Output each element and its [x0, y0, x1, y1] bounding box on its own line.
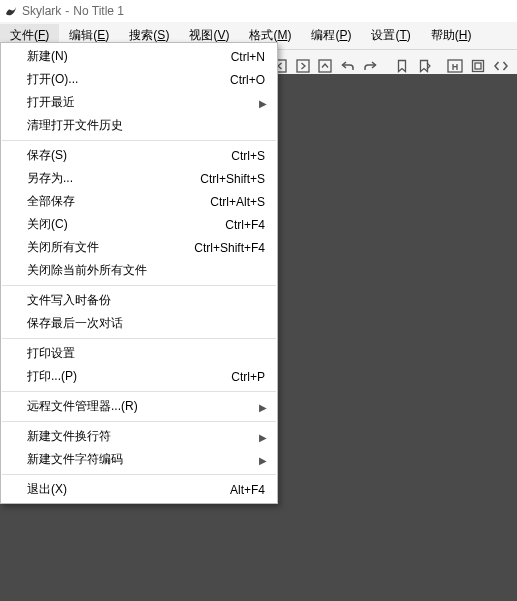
menu-separator [2, 140, 276, 141]
menuitem-label: 另存为... [27, 170, 188, 187]
menu-program[interactable]: 编程(P) [301, 24, 361, 47]
menu-mnemonic: V [217, 28, 225, 42]
menuitem-label: 关闭所有文件 [27, 239, 182, 256]
menu-mnemonic: F [38, 28, 45, 42]
menu-help[interactable]: 帮助(H) [421, 24, 482, 47]
menuitem-label: 打印设置 [27, 345, 265, 362]
svg-rect-7 [473, 60, 484, 71]
chevron-right-icon: ▶ [259, 401, 267, 412]
title-app: Skylark [22, 4, 61, 18]
menuitem-close-others[interactable]: 关闭除当前外所有文件 [1, 259, 277, 282]
menu-settings[interactable]: 设置(T) [361, 24, 420, 47]
file-menu-dropdown: 新建(N)Ctrl+N打开(O)...Ctrl+O打开最近▶清理打开文件历史保存… [0, 42, 278, 504]
menuitem-label: 打开最近 [27, 94, 265, 111]
menuitem-accel: Ctrl+F4 [225, 218, 265, 232]
menuitem-label: 清理打开文件历史 [27, 117, 265, 134]
menu-label: 视图 [189, 28, 213, 42]
app-icon [4, 4, 18, 18]
menuitem-close[interactable]: 关闭(C)Ctrl+F4 [1, 213, 277, 236]
menuitem-label: 保存(S) [27, 147, 219, 164]
menu-separator [2, 338, 276, 339]
title-doc: No Title 1 [73, 4, 124, 18]
menuitem-label: 退出(X) [27, 481, 218, 498]
menuitem-close-all[interactable]: 关闭所有文件Ctrl+Shift+F4 [1, 236, 277, 259]
menu-label: 设置 [371, 28, 395, 42]
menuitem-accel: Ctrl+Shift+F4 [194, 241, 265, 255]
menu-separator [2, 421, 276, 422]
menuitem-accel: Ctrl+N [231, 50, 265, 64]
menuitem-new-lineending[interactable]: 新建文件换行符▶ [1, 425, 277, 448]
menuitem-accel: Ctrl+Alt+S [210, 195, 265, 209]
svg-rect-8 [475, 63, 481, 69]
menuitem-print-setup[interactable]: 打印设置 [1, 342, 277, 365]
chevron-right-icon: ▶ [259, 454, 267, 465]
menuitem-clear-recent[interactable]: 清理打开文件历史 [1, 114, 277, 137]
menuitem-label: 关闭(C) [27, 216, 213, 233]
menuitem-save-all[interactable]: 全部保存Ctrl+Alt+S [1, 190, 277, 213]
menuitem-accel: Alt+F4 [230, 483, 265, 497]
menu-mnemonic: S [157, 28, 165, 42]
menuitem-save-as[interactable]: 另存为...Ctrl+Shift+S [1, 167, 277, 190]
menuitem-accel: Ctrl+O [230, 73, 265, 87]
menu-label: 编辑 [69, 28, 93, 42]
menuitem-new[interactable]: 新建(N)Ctrl+N [1, 45, 277, 68]
menu-label: 文件 [10, 28, 34, 42]
menu-separator [2, 474, 276, 475]
svg-rect-4 [319, 60, 331, 72]
menuitem-accel: Ctrl+S [231, 149, 265, 163]
menuitem-label: 打开(O)... [27, 71, 218, 88]
menuitem-label: 新建(N) [27, 48, 219, 65]
menuitem-label: 关闭除当前外所有文件 [27, 262, 265, 279]
titlebar: Skylark - No Title 1 [0, 0, 517, 22]
menuitem-label: 打印...(P) [27, 368, 219, 385]
menu-separator [2, 285, 276, 286]
menuitem-label: 新建文件换行符 [27, 428, 265, 445]
chevron-right-icon: ▶ [259, 431, 267, 442]
menuitem-label: 文件写入时备份 [27, 292, 265, 309]
menuitem-label: 远程文件管理器...(R) [27, 398, 265, 415]
menu-mnemonic: H [459, 28, 468, 42]
svg-rect-3 [297, 60, 309, 72]
svg-text:H: H [451, 62, 458, 72]
menuitem-remote-files[interactable]: 远程文件管理器...(R)▶ [1, 395, 277, 418]
menuitem-open[interactable]: 打开(O)...Ctrl+O [1, 68, 277, 91]
menu-mnemonic: P [339, 28, 347, 42]
menuitem-save-session[interactable]: 保存最后一次对话 [1, 312, 277, 335]
menuitem-print[interactable]: 打印...(P)Ctrl+P [1, 365, 277, 388]
title-sep: - [65, 4, 69, 18]
menuitem-open-recent[interactable]: 打开最近▶ [1, 91, 277, 114]
menuitem-label: 全部保存 [27, 193, 198, 210]
menuitem-accel: Ctrl+P [231, 370, 265, 384]
menuitem-backup-on-write[interactable]: 文件写入时备份 [1, 289, 277, 312]
menuitem-accel: Ctrl+Shift+S [200, 172, 265, 186]
menuitem-exit[interactable]: 退出(X)Alt+F4 [1, 478, 277, 501]
menu-label: 搜索 [129, 28, 153, 42]
menuitem-save[interactable]: 保存(S)Ctrl+S [1, 144, 277, 167]
menuitem-label: 新建文件字符编码 [27, 451, 265, 468]
menu-label: 帮助 [431, 28, 455, 42]
menu-label: 格式 [249, 28, 273, 42]
menuitem-label: 保存最后一次对话 [27, 315, 265, 332]
menuitem-new-encoding[interactable]: 新建文件字符编码▶ [1, 448, 277, 471]
menu-mnemonic: M [277, 28, 287, 42]
menu-mnemonic: E [97, 28, 105, 42]
menu-mnemonic: T [399, 28, 406, 42]
menu-separator [2, 391, 276, 392]
menu-label: 编程 [311, 28, 335, 42]
chevron-right-icon: ▶ [259, 97, 267, 108]
